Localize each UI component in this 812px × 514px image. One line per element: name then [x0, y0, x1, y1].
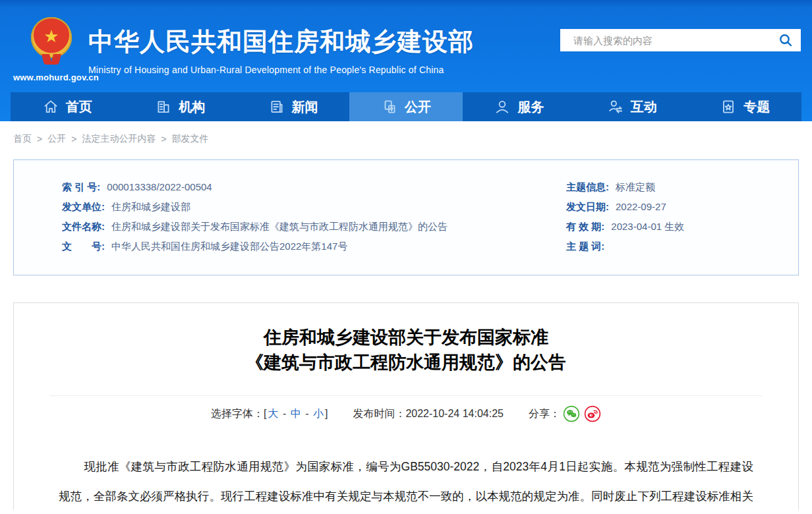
meta-label: 有 效 期:: [566, 217, 604, 237]
meta-value: 标准定额: [616, 177, 655, 197]
nav-item-news[interactable]: 新闻: [237, 92, 349, 121]
font-size-medium-link[interactable]: 中: [289, 407, 303, 421]
search-box[interactable]: [560, 29, 801, 51]
search-button[interactable]: [770, 29, 801, 51]
main-navigation: 首页 机构 新闻 公开 服务: [11, 92, 801, 121]
share-bar: 分享：: [529, 405, 601, 422]
nav-item-special-topic[interactable]: 专题: [689, 92, 801, 121]
nav-item-label: 公开: [405, 98, 431, 116]
meta-value: 住房和城乡建设部关于发布国家标准《建筑与市政工程防水通用规范》的公告: [111, 217, 448, 237]
meta-row-effective-date: 有 效 期: 2023-04-01 生效: [566, 217, 798, 237]
document-meta-bar: 选择字体： [ 大 - 中 - 小 ] 发布时间： 2022-10-24 14:…: [14, 404, 798, 424]
breadcrumb-separator: >: [37, 134, 42, 144]
breadcrumb-separator: >: [71, 134, 76, 144]
site-url: www.mohurd.gov.cn: [13, 72, 90, 82]
meta-row-document-name: 文件名称: 住房和城乡建设部关于发布国家标准《建筑与市政工程防水通用规范》的公告: [62, 217, 566, 237]
wechat-share-icon[interactable]: [563, 405, 580, 422]
organization-icon: [155, 98, 172, 115]
meta-label: 文 号:: [62, 237, 105, 256]
meta-label: 发文单位:: [62, 197, 105, 217]
meta-value: 000013338/2022-00504: [107, 177, 212, 197]
font-selector-bracket: ]: [325, 408, 328, 420]
meta-row-issuing-unit: 发文单位: 住房和城乡建设部: [62, 197, 566, 217]
meta-row-topic-info: 主题信息: 标准定额: [566, 177, 798, 197]
nav-item-label: 首页: [66, 98, 92, 116]
publish-time: 发布时间： 2022-10-24 14:04:25: [353, 407, 504, 421]
document-title-line1: 住房和城乡建设部关于发布国家标准: [14, 325, 798, 350]
site-title-chinese: 中华人民共和国住房和城乡建设部: [88, 25, 474, 59]
meta-value: 2022-09-27: [616, 197, 666, 217]
document-metadata-panel: 索 引 号: 000013338/2022-00504 发文单位: 住房和城乡建…: [13, 159, 799, 275]
font-selector-separator: -: [279, 408, 289, 420]
title-divider: [50, 395, 762, 396]
meta-value: 住房和城乡建设部: [111, 197, 190, 217]
breadcrumb-item-statutory-content[interactable]: 法定主动公开内容: [82, 133, 156, 145]
breadcrumb-separator: >: [161, 134, 166, 144]
nav-item-interaction[interactable]: 互动: [575, 92, 688, 121]
document-title: 住房和城乡建设部关于发布国家标准 《建筑与市政工程防水通用规范》的公告: [14, 325, 798, 375]
meta-row-keywords: 主 题 词:: [566, 237, 798, 256]
font-size-selector: 选择字体： [ 大 - 中 - 小 ]: [211, 407, 328, 421]
publish-time-label: 发布时间：: [353, 407, 405, 421]
nav-item-label: 互动: [631, 98, 657, 116]
meta-row-issue-date: 发文日期: 2022-09-27: [566, 197, 798, 217]
meta-value: 中华人民共和国住房和城乡建设部公告2022年第147号: [111, 237, 347, 256]
service-icon: [494, 98, 511, 115]
weibo-share-icon[interactable]: [584, 405, 601, 422]
meta-label: 索 引 号:: [62, 177, 100, 197]
disclosure-icon: [381, 98, 398, 115]
interaction-icon: [607, 98, 624, 115]
meta-row-document-number: 文 号: 中华人民共和国住房和城乡建设部公告2022年第147号: [62, 237, 566, 256]
news-icon: [268, 98, 285, 115]
meta-label: 主 题 词:: [566, 237, 604, 256]
national-emblem-logo: ★: [31, 17, 72, 65]
home-icon: [42, 98, 59, 115]
nav-item-home[interactable]: 首页: [11, 92, 123, 121]
nav-item-organization[interactable]: 机构: [123, 92, 236, 121]
meta-label: 文件名称:: [62, 217, 105, 237]
special-topic-icon: [720, 98, 737, 115]
nav-item-disclosure[interactable]: 公开: [349, 92, 462, 121]
nav-item-label: 新闻: [292, 98, 318, 116]
font-selector-label: 选择字体：: [211, 407, 264, 421]
meta-row-index-number: 索 引 号: 000013338/2022-00504: [62, 177, 566, 197]
meta-value: 2023-04-01 生效: [611, 217, 684, 237]
breadcrumb-item-home[interactable]: 首页: [13, 133, 32, 145]
document-body-paragraph: 现批准《建筑与市政工程防水通用规范》为国家标准，编号为GB55030-2022，…: [59, 452, 753, 510]
meta-label: 主题信息:: [566, 177, 609, 197]
breadcrumb-item-disclosure[interactable]: 公开: [47, 133, 66, 145]
font-selector-separator: -: [303, 408, 312, 420]
font-size-small-link[interactable]: 小: [312, 407, 325, 421]
nav-item-label: 专题: [743, 98, 770, 116]
breadcrumb-item-ministry-documents[interactable]: 部发文件: [172, 133, 209, 145]
nav-item-label: 机构: [179, 98, 205, 116]
meta-label: 发文日期:: [566, 197, 609, 217]
site-header: ★ www.mohurd.gov.cn 中华人民共和国住房和城乡建设部 Mini…: [0, 0, 812, 121]
nav-item-service[interactable]: 服务: [463, 92, 575, 121]
document-content-panel: 住房和城乡建设部关于发布国家标准 《建筑与市政工程防水通用规范》的公告 选择字体…: [13, 302, 799, 510]
share-label: 分享：: [529, 407, 560, 421]
publish-time-value: 2022-10-24 14:04:25: [405, 408, 504, 420]
breadcrumb: 首页 > 公开 > 法定主动公开内容 > 部发文件: [0, 121, 812, 154]
document-title-line2: 《建筑与市政工程防水通用规范》的公告: [14, 350, 798, 375]
site-title-english: Ministry of Housing and Urban-Rural Deve…: [88, 65, 474, 75]
nav-item-label: 服务: [517, 98, 544, 116]
font-size-large-link[interactable]: 大: [266, 407, 279, 421]
emblem-star-icon: ★: [44, 28, 59, 45]
search-input[interactable]: [560, 29, 770, 51]
search-icon: [778, 33, 793, 47]
